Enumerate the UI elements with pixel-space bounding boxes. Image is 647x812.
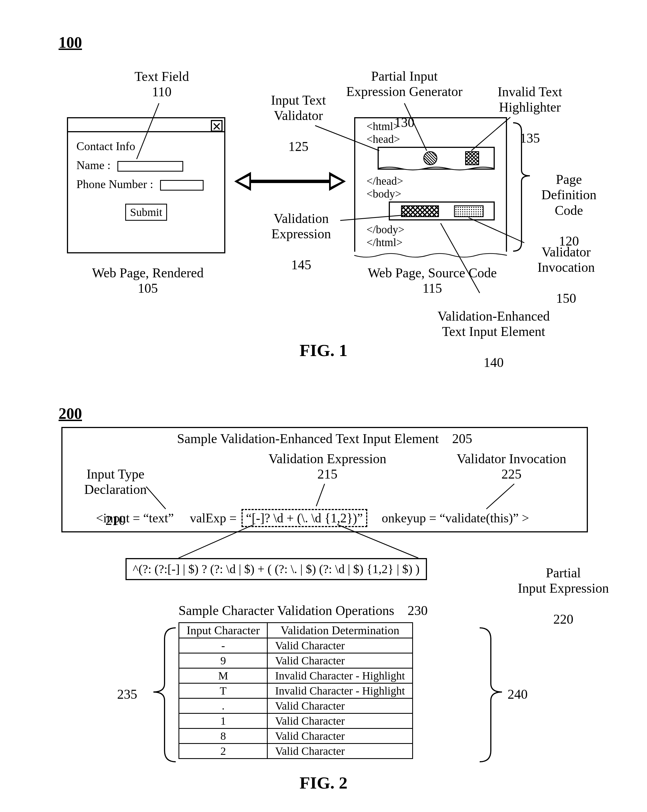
- heading: Contact Info: [76, 139, 216, 153]
- head-script-box: [378, 147, 495, 169]
- table-title-row: Sample Character Validation Operations 2…: [178, 603, 428, 618]
- cell-det: Valid Character: [268, 728, 413, 743]
- table-header-row: Input Character Validation Determination: [179, 623, 413, 638]
- text: Invalid Text Highlighter: [498, 84, 562, 114]
- figure-1-title: FIG. 1: [0, 340, 647, 360]
- num: 215: [317, 467, 338, 481]
- src-l5: </body>: [355, 222, 506, 237]
- table-title: Sample Character Validation Operations: [178, 603, 394, 618]
- table-title-num: 230: [408, 603, 428, 618]
- submit-row: Submit: [76, 204, 216, 221]
- text: Partial Input Expression Generator: [346, 69, 462, 99]
- num: 110: [152, 84, 172, 99]
- code-seg2: valExp =: [190, 511, 237, 525]
- figure-2-title: FIG. 2: [0, 773, 647, 793]
- table-row: 8Valid Character: [179, 728, 413, 743]
- text: Partial Input Expression: [518, 565, 609, 595]
- left-brace-num: 235: [117, 687, 137, 702]
- text: Validation Expression: [271, 211, 331, 241]
- table-row: .Valid Character: [179, 698, 413, 713]
- table-row: 2Valid Character: [179, 743, 413, 759]
- code-seg4: onkeyup = “validate(this)” >: [382, 511, 529, 525]
- label-validator-invocation-2: Validator Invocation 225: [447, 451, 575, 482]
- partial-generator-icon: [423, 151, 437, 165]
- sample-title: Sample Validation-Enhanced Text Input El…: [177, 431, 439, 446]
- cell-det: Invalid Character - Highlight: [268, 668, 413, 683]
- text: Text Field: [134, 69, 189, 84]
- cell-ch: 8: [179, 728, 268, 743]
- name-input[interactable]: [117, 161, 183, 172]
- src-l4: <body>: [355, 188, 506, 201]
- table-row: -Valid Character: [179, 638, 413, 653]
- cell-det: Valid Character: [268, 743, 413, 759]
- figure-2-ref: 200: [59, 404, 82, 423]
- src-l3: </head>: [355, 171, 506, 188]
- num: 220: [553, 612, 573, 626]
- cell-det: Valid Character: [268, 698, 413, 713]
- cell-det: Valid Character: [268, 713, 413, 728]
- sample-title-row: Sample Validation-Enhanced Text Input El…: [62, 431, 587, 446]
- label-validation-expression-2: Validation Expression 215: [258, 451, 397, 482]
- code-seg3: “[-]? \d + (\. \d {1,2})”: [246, 511, 363, 525]
- table-row: 9Valid Character: [179, 653, 413, 668]
- right-brace-num: 240: [508, 687, 528, 702]
- num: 145: [291, 257, 311, 272]
- row-phone: Phone Number :: [76, 177, 216, 191]
- phone-input[interactable]: [160, 180, 204, 191]
- figure-1-ref: 100: [59, 34, 82, 51]
- text: Validation-Enhanced Text Input Element: [438, 308, 550, 339]
- text: Page Definition Code: [541, 172, 596, 217]
- text: Web Page, Rendered: [92, 266, 204, 280]
- text: Input Text Validator: [271, 93, 326, 123]
- code-seg1: <input = “text”: [96, 511, 174, 525]
- label-input-validator: Input Text Validator 125: [259, 77, 338, 154]
- body-input-box: [389, 201, 495, 220]
- num: 225: [501, 467, 522, 481]
- phone-label: Phone Number :: [76, 178, 153, 191]
- label-partial-expression: Partial Input Expression 220: [513, 550, 614, 627]
- sample-title-num: 205: [452, 431, 472, 446]
- validation-table: Input Character Validation Determination…: [178, 622, 413, 759]
- cell-ch: .: [179, 698, 268, 713]
- col-validation-det: Validation Determination: [268, 623, 413, 638]
- table-row: 1Valid Character: [179, 713, 413, 728]
- code-line: <input = “text” valExp = “[-]? \d + (\. …: [96, 509, 529, 527]
- partial-expression: ^(?: (?:[-] | $) ? (?: \d | $) + ( (?: \…: [133, 562, 420, 576]
- num: 125: [288, 139, 308, 154]
- sample-element-box: Sample Validation-Enhanced Text Input El…: [61, 427, 588, 533]
- cell-ch: 2: [179, 743, 268, 759]
- text: Validator Invocation: [537, 244, 595, 275]
- src-l2: <head>: [355, 133, 506, 146]
- table-row: MInvalid Character - Highlight: [179, 668, 413, 683]
- cell-ch: 1: [179, 713, 268, 728]
- cell-ch: T: [179, 683, 268, 698]
- validator-invocation-icon: [454, 205, 484, 217]
- web-page-source: <html> <head> </head> <body> </body> </h…: [354, 117, 507, 259]
- rendered-web-page: Contact Info Name : Phone Number : Submi…: [67, 117, 225, 253]
- close-icon[interactable]: [211, 120, 222, 132]
- src-l6: </html>: [355, 237, 506, 249]
- svg-line-9: [486, 484, 514, 509]
- cell-ch: 9: [179, 653, 268, 668]
- num: 135: [520, 131, 540, 145]
- caption-rendered: Web Page, Rendered 105: [78, 265, 218, 296]
- table-row: TInvalid Character - Highlight: [179, 683, 413, 698]
- partial-expression-box: ^(?: (?:[-] | $) ? (?: \d | $) + ( (?: \…: [125, 558, 427, 580]
- cell-det: Valid Character: [268, 653, 413, 668]
- svg-line-8: [316, 484, 324, 506]
- window-titlebar: [68, 118, 224, 132]
- validation-expression-icon: [401, 205, 439, 217]
- row-name: Name :: [76, 159, 216, 172]
- text: Validation Expression: [269, 451, 387, 466]
- label-validation-expression: Validation Expression 145: [262, 195, 340, 272]
- src-l1: <html>: [355, 118, 506, 133]
- num: 115: [423, 281, 442, 296]
- text: Input Type Declaration: [84, 467, 147, 497]
- submit-button[interactable]: Submit: [125, 204, 167, 221]
- cell-det: Invalid Character - Highlight: [268, 683, 413, 698]
- text: Web Page, Source Code: [368, 266, 497, 280]
- name-label: Name :: [76, 159, 110, 172]
- window-content: Contact Info Name : Phone Number : Submi…: [68, 132, 224, 232]
- label-text-field: Text Field 110: [125, 69, 198, 99]
- cell-ch: -: [179, 638, 268, 653]
